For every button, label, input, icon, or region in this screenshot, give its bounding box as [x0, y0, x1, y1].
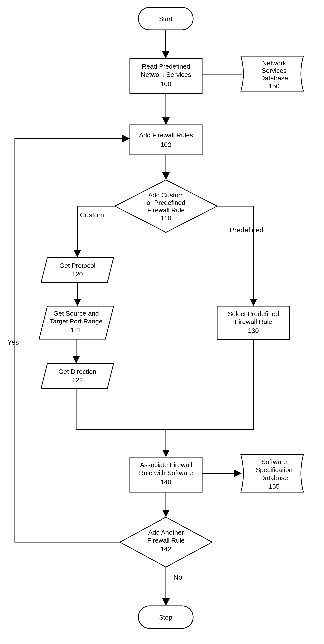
database-software-spec-num: 155	[269, 483, 279, 490]
svg-rect-2	[130, 125, 202, 155]
process-read-services-l2: Network Services	[141, 71, 191, 78]
io-get-protocol: Get Protocol 120	[41, 257, 114, 282]
io-get-ports: Get Source and Target Port Range 121	[39, 306, 114, 339]
terminal-stop: Stop	[138, 606, 193, 628]
label-custom: Custom	[80, 211, 104, 219]
database-network-services-num: 150	[269, 82, 279, 90]
label-predefined: Predefined	[230, 226, 263, 234]
edge-yes-loop	[15, 139, 129, 542]
decision-custom-l2: or Predefined	[147, 199, 185, 206]
decision-add-another-l2: Firewall Rule	[147, 536, 185, 544]
database-software-spec-l3: Database	[260, 474, 288, 482]
process-associate-l1: Associate Firewall	[140, 461, 192, 469]
io-get-protocol-num: 120	[72, 270, 83, 278]
process-add-rules-num: 102	[161, 141, 171, 148]
decision-add-another-num: 142	[161, 545, 171, 552]
decision-custom-or-predefined: Add Custom or Predefined Firewall Rule 1…	[115, 180, 217, 232]
label-no: No	[173, 573, 182, 581]
io-get-direction-l1: Get Direction	[58, 368, 96, 376]
terminal-stop-label: Stop	[159, 614, 172, 621]
process-select-predefined-l2: Firewall Rule	[235, 318, 272, 326]
process-add-rules: Add Firewall Rules 102	[130, 125, 202, 155]
decision-custom-num: 110	[161, 214, 171, 222]
process-read-services: Read Predefined Network Services 100	[130, 59, 202, 94]
process-associate-l2: Rule with Software	[139, 469, 193, 477]
io-get-ports-num: 121	[71, 326, 81, 334]
io-get-direction: Get Direction 122	[41, 364, 114, 388]
svg-marker-4	[41, 257, 114, 282]
svg-marker-6	[41, 364, 114, 388]
decision-add-another: Add Another Firewall Rule 142	[120, 517, 212, 567]
io-get-ports-l2: Target Port Range	[50, 318, 102, 325]
process-read-services-l1: Read Predefined	[142, 63, 190, 70]
database-network-services-l3: Database	[260, 74, 288, 82]
process-associate-num: 140	[161, 478, 171, 486]
io-get-protocol-l1: Get Protocol	[59, 262, 96, 269]
decision-custom-l1: Add Custom	[148, 191, 184, 199]
io-get-direction-num: 122	[72, 376, 83, 384]
io-get-ports-l1: Get Source and	[53, 310, 99, 317]
database-software-spec-l2: Specification	[256, 466, 292, 474]
database-network-services-l2: Services	[262, 67, 287, 74]
edge-selectpredef-associate	[166, 340, 253, 430]
database-software-spec-l1: Software	[261, 458, 287, 466]
decision-add-another-l1: Add Another	[148, 528, 184, 536]
flowchart-canvas: Start Read Predefined Network Services 1…	[0, 0, 324, 644]
process-read-services-num: 100	[161, 80, 171, 88]
process-add-rules-l1: Add Firewall Rules	[139, 132, 193, 139]
process-select-predefined-num: 130	[248, 327, 259, 334]
edge-direction-associate	[76, 388, 166, 456]
database-software-spec: Software Specification Database 155	[241, 455, 303, 492]
edge-decision-predefined	[217, 206, 253, 305]
terminal-start-label: Start	[159, 15, 173, 23]
process-select-predefined: Select Predefined Firewall Rule 130	[217, 306, 290, 340]
decision-custom-l3: Firewall Rule	[147, 206, 185, 214]
process-select-predefined-l1: Select Predefined	[228, 310, 279, 318]
label-yes: Yes	[7, 338, 19, 346]
process-associate: Associate Firewall Rule with Software 14…	[130, 457, 202, 492]
database-network-services-l1: Network	[262, 60, 286, 67]
terminal-start: Start	[138, 8, 193, 30]
database-network-services: Network Services Database 150	[241, 56, 303, 91]
